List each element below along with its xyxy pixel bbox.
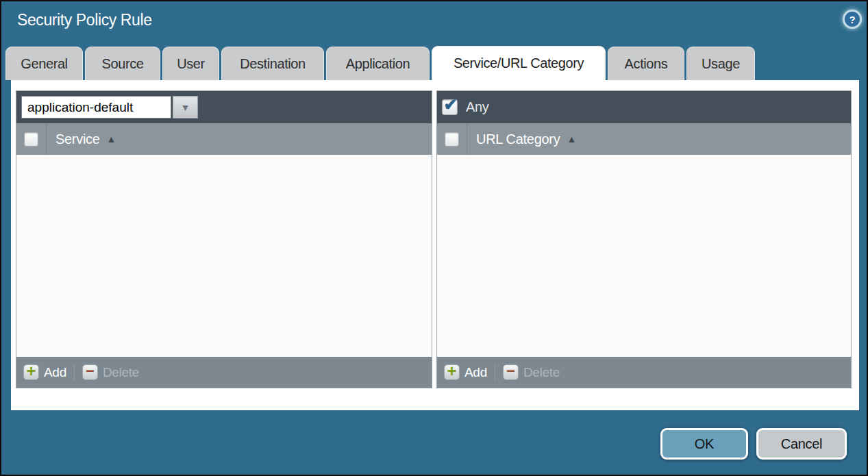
tab-content-service-url-category: ▼ Service ▲ + Add xyxy=(11,80,859,410)
service-table-header: Service ▲ xyxy=(16,123,432,155)
url-category-toolbar: ✔ Any xyxy=(437,91,851,123)
service-type-dropdown-button[interactable]: ▼ xyxy=(173,96,198,118)
add-button-label: Add xyxy=(464,365,487,380)
service-column-label: Service xyxy=(55,131,100,147)
tab-source[interactable]: Source xyxy=(85,47,160,80)
delete-button-label: Delete xyxy=(523,365,560,380)
any-checkbox-label: Any xyxy=(466,99,489,115)
delete-minus-icon: − xyxy=(82,364,98,380)
tab-label: General xyxy=(21,56,67,72)
service-footer: + Add − Delete xyxy=(16,357,432,388)
tab-usage[interactable]: Usage xyxy=(686,47,755,80)
tab-label: Service/URL Category xyxy=(454,55,584,71)
url-category-footer: + Add − Delete xyxy=(437,357,851,388)
chevron-down-icon: ▼ xyxy=(181,102,190,113)
service-table-body xyxy=(16,155,432,357)
tab-label: Actions xyxy=(625,56,668,72)
service-toolbar: ▼ xyxy=(16,91,432,123)
service-type-input[interactable] xyxy=(21,96,171,118)
tab-label: Source xyxy=(102,56,144,72)
dialog-title: Security Policy Rule xyxy=(17,11,152,29)
checkmark-icon: ✔ xyxy=(443,97,457,113)
service-delete-button[interactable]: − Delete xyxy=(82,364,139,380)
url-category-column-label: URL Category xyxy=(476,131,560,147)
service-add-button[interactable]: + Add xyxy=(23,364,66,380)
service-column-header[interactable]: Service ▲ xyxy=(47,123,116,155)
tab-label: User xyxy=(177,56,205,72)
sort-ascending-icon: ▲ xyxy=(107,134,116,145)
url-category-panel: ✔ Any URL Category ▲ + Add xyxy=(436,90,852,388)
url-category-header-check-cell xyxy=(437,123,467,155)
url-category-any-checkbox[interactable]: ✔ xyxy=(442,99,458,115)
cancel-button[interactable]: Cancel xyxy=(756,428,847,460)
url-category-column-header[interactable]: URL Category ▲ xyxy=(467,123,576,155)
minus-glyph: − xyxy=(506,364,515,379)
minus-glyph: − xyxy=(86,364,95,379)
tab-label: Application xyxy=(346,56,410,72)
tab-user[interactable]: User xyxy=(162,47,219,80)
add-plus-icon: + xyxy=(23,364,39,380)
footer-divider xyxy=(495,365,495,380)
tab-general[interactable]: General xyxy=(5,47,83,80)
help-icon[interactable]: ? xyxy=(843,10,862,29)
ok-button-label: OK xyxy=(695,436,714,452)
footer-divider xyxy=(74,365,75,380)
security-policy-rule-dialog: Security Policy Rule ? General Source Us… xyxy=(0,0,868,476)
plus-glyph: + xyxy=(447,363,456,379)
service-type-combobox: ▼ xyxy=(21,96,198,118)
tab-service-url-category[interactable]: Service/URL Category xyxy=(432,46,606,80)
url-category-delete-button[interactable]: − Delete xyxy=(503,364,560,380)
add-button-label: Add xyxy=(44,365,66,380)
tab-label: Destination xyxy=(240,56,306,72)
service-select-all-checkbox[interactable] xyxy=(24,132,38,147)
url-category-table-header: URL Category ▲ xyxy=(437,123,851,155)
url-category-select-all-checkbox[interactable] xyxy=(445,132,459,147)
ok-button[interactable]: OK xyxy=(660,428,748,460)
help-icon-glyph: ? xyxy=(849,14,855,25)
tab-application[interactable]: Application xyxy=(326,47,430,80)
url-category-table-body xyxy=(437,155,851,357)
delete-button-label: Delete xyxy=(103,365,139,380)
url-category-add-button[interactable]: + Add xyxy=(444,364,487,380)
tab-actions[interactable]: Actions xyxy=(608,47,684,80)
cancel-button-label: Cancel xyxy=(781,436,822,452)
add-plus-icon: + xyxy=(444,364,460,380)
tab-label: Usage xyxy=(702,56,740,72)
sort-ascending-icon: ▲ xyxy=(567,134,576,145)
tab-bar: General Source User Destination Applicat… xyxy=(5,47,755,80)
tab-destination[interactable]: Destination xyxy=(221,47,324,80)
service-panel: ▼ Service ▲ + Add xyxy=(16,90,432,388)
service-header-check-cell xyxy=(16,123,47,155)
delete-minus-icon: − xyxy=(503,364,519,380)
plus-glyph: + xyxy=(26,363,36,379)
